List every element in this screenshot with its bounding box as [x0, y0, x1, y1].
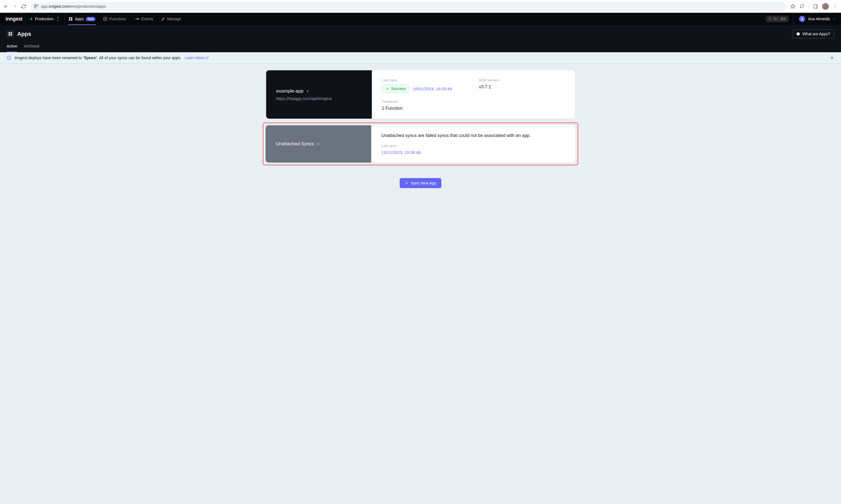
site-settings-icon[interactable] — [34, 4, 38, 8]
app-url: https://myapp.com/api/inngest — [276, 96, 362, 101]
search-icon — [768, 17, 772, 21]
svg-rect-9 — [69, 17, 70, 19]
chevron-right-icon — [316, 142, 320, 146]
menu-icon[interactable] — [833, 4, 838, 9]
user-avatar — [799, 16, 805, 22]
nav-manage[interactable]: Manage — [157, 13, 185, 25]
nav-apps-label: Apps — [75, 17, 84, 21]
info-icon — [796, 32, 800, 36]
svg-rect-12 — [71, 19, 72, 21]
forward-icon[interactable] — [12, 4, 17, 9]
main-content: example-app https://myapp.com/api/innges… — [0, 64, 841, 195]
app-name-row: example-app — [276, 88, 362, 94]
app-card-header: example-app https://myapp.com/api/innges… — [266, 70, 372, 119]
page-title: Apps — [17, 31, 31, 37]
unattached-timestamp[interactable]: 13/12/2023, 19:38:48 — [381, 150, 565, 155]
search-kbd: ⌘K — [778, 17, 786, 21]
manage-icon — [161, 17, 165, 21]
header-right: ID ⌘K Ana Almeida — [766, 13, 838, 25]
back-icon[interactable] — [3, 4, 8, 9]
highlight-annotation: Unattached Syncs Unattached syncs are fa… — [263, 123, 578, 165]
unattached-card-body: Unattached syncs are failed syncs that c… — [371, 125, 576, 163]
banner-close-button[interactable] — [830, 56, 834, 60]
svg-point-27 — [9, 57, 9, 57]
svg-rect-0 — [34, 5, 36, 6]
svg-rect-1 — [36, 5, 38, 6]
unattached-card-header: Unattached Syncs — [265, 125, 371, 163]
logo[interactable]: inngest — [3, 16, 25, 22]
browser-profile-avatar[interactable] — [822, 3, 829, 10]
url-bar[interactable]: app.inngest.com/env/production/apps — [30, 2, 787, 11]
svg-rect-23 — [11, 34, 12, 36]
unattached-last-sync-label: Last sync — [381, 144, 565, 148]
functions-label: Functions — [382, 100, 468, 104]
svg-point-6 — [835, 4, 836, 5]
main-nav: Apps New Functions Events Manage — [65, 13, 185, 25]
svg-rect-21 — [11, 32, 12, 34]
tab-active[interactable]: Active — [7, 44, 17, 52]
svg-point-15 — [136, 18, 137, 20]
status-badge: Success — [382, 85, 410, 93]
app-header: inngest Production Apps New Functions Ev… — [0, 13, 841, 25]
sync-button-label: Sync New App — [411, 181, 436, 185]
svg-rect-2 — [34, 7, 36, 8]
env-status-dot — [31, 18, 32, 20]
functions-icon — [103, 17, 107, 21]
panel-icon[interactable] — [813, 4, 818, 9]
functions-section: Functions 1 Function — [382, 100, 468, 111]
nav-manage-label: Manage — [167, 17, 181, 21]
sync-new-app-button[interactable]: Sync New App — [400, 178, 441, 188]
unattached-title-row: Unattached Syncs — [276, 141, 361, 147]
bookmark-icon[interactable] — [790, 4, 795, 9]
sdk-label: SDK Version — [479, 78, 565, 82]
chevron-down-icon — [833, 17, 836, 21]
help-button-label: What are Apps? — [802, 32, 830, 36]
user-name: Ana Almeida — [808, 17, 830, 21]
browser-nav — [3, 4, 26, 9]
search-trigger[interactable]: ID ⌘K — [766, 16, 789, 22]
page-title-icon — [7, 30, 14, 37]
svg-rect-22 — [8, 34, 10, 36]
banner-text: Inngest deploys have been renamed to "Sy… — [15, 56, 209, 60]
browser-actions: | — [790, 3, 838, 10]
app-card-body: Last sync Success 16/01/2024, 16:03:49 S… — [372, 70, 575, 119]
svg-rect-11 — [69, 19, 70, 21]
svg-line-18 — [771, 19, 771, 20]
sdk-section: SDK Version v3.7.1 — [479, 78, 565, 93]
nav-apps[interactable]: Apps New — [65, 13, 99, 25]
app-card[interactable]: example-app https://myapp.com/api/innges… — [266, 70, 575, 119]
page-title-row: Apps What are Apps? — [7, 30, 834, 38]
tab-archived[interactable]: Archived — [24, 44, 39, 52]
env-selector[interactable]: Production — [25, 13, 65, 25]
new-badge: New — [86, 17, 96, 21]
sync-timestamp[interactable]: 16/01/2024, 16:03:49 — [413, 86, 452, 91]
external-link-icon — [206, 56, 209, 59]
help-button[interactable]: What are Apps? — [792, 30, 834, 38]
events-icon — [134, 18, 139, 20]
env-name: Production — [35, 17, 54, 21]
svg-point-19 — [802, 18, 803, 19]
reload-icon[interactable] — [21, 4, 26, 9]
check-icon — [386, 87, 389, 90]
close-icon — [830, 56, 834, 60]
apps-icon — [69, 17, 73, 21]
unattached-description: Unattached syncs are failed syncs that c… — [381, 133, 565, 138]
nav-events[interactable]: Events — [130, 13, 157, 25]
sdk-version: v3.7.1 — [479, 85, 565, 89]
svg-rect-4 — [814, 4, 818, 8]
nav-functions-label: Functions — [109, 17, 126, 21]
info-icon — [7, 56, 11, 60]
svg-marker-3 — [791, 4, 795, 8]
banner-learn-more-link[interactable]: Learn More — [185, 56, 209, 60]
user-menu[interactable]: Ana Almeida — [793, 13, 838, 25]
svg-point-16 — [137, 18, 139, 20]
nav-events-label: Events — [141, 17, 153, 21]
nav-functions[interactable]: Functions — [99, 13, 130, 25]
extensions-icon[interactable] — [799, 4, 804, 9]
svg-rect-20 — [8, 32, 10, 34]
unattached-card[interactable]: Unattached Syncs Unattached syncs are fa… — [265, 125, 576, 163]
unattached-title: Unattached Syncs — [276, 141, 314, 147]
svg-point-8 — [835, 7, 836, 8]
last-sync-section: Last sync Success 16/01/2024, 16:03:49 — [382, 78, 468, 93]
svg-point-17 — [769, 18, 771, 20]
